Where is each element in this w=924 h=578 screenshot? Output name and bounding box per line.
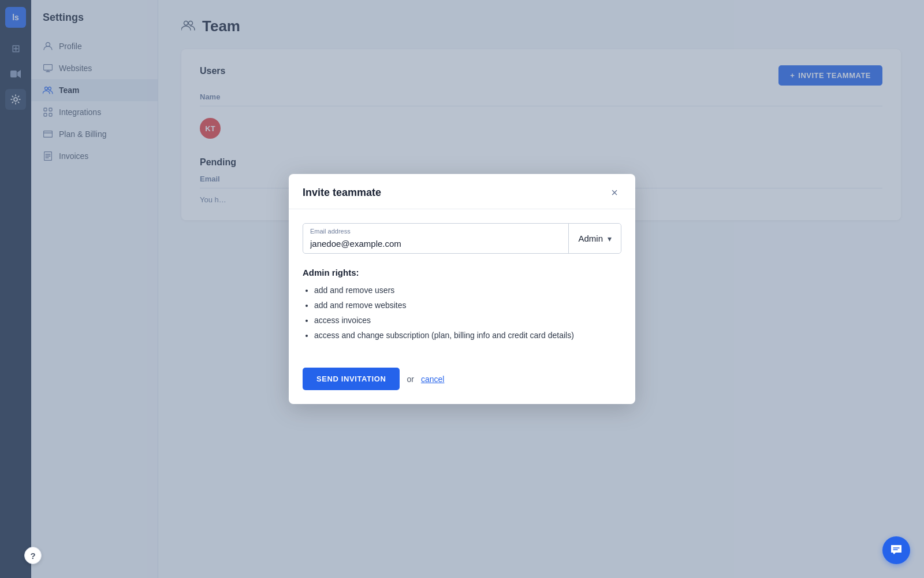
modal-footer: SEND INVITATION or cancel	[289, 368, 635, 404]
list-item: access and change subscription (plan, bi…	[314, 331, 621, 340]
email-field-wrapper: Email address	[303, 224, 569, 253]
invite-modal: Invite teammate × Email address Admin ▾ …	[289, 174, 635, 404]
svg-rect-15	[891, 545, 901, 553]
role-select[interactable]: Admin ▾	[569, 224, 621, 253]
admin-rights-title: Admin rights:	[303, 268, 621, 277]
modal-close-button[interactable]: ×	[608, 186, 621, 199]
email-field-label: Email address	[310, 228, 351, 235]
modal-body: Email address Admin ▾ Admin rights: add …	[289, 209, 635, 368]
chevron-down-icon: ▾	[608, 234, 612, 243]
or-text: or	[407, 375, 413, 384]
list-item: access invoices	[314, 316, 621, 325]
email-role-row: Email address Admin ▾	[303, 223, 621, 254]
list-item: add and remove websites	[314, 301, 621, 310]
role-value: Admin	[578, 234, 603, 243]
send-invitation-button[interactable]: SEND INVITATION	[303, 368, 400, 390]
admin-rights-section: Admin rights: add and remove users add a…	[303, 268, 621, 340]
rights-list: add and remove users add and remove webs…	[303, 286, 621, 340]
modal-title: Invite teammate	[303, 187, 381, 199]
modal-overlay: Invite teammate × Email address Admin ▾ …	[0, 0, 924, 578]
list-item: add and remove users	[314, 286, 621, 295]
modal-header: Invite teammate ×	[289, 174, 635, 209]
chat-widget[interactable]	[882, 536, 910, 564]
cancel-button[interactable]: cancel	[421, 375, 444, 384]
help-button[interactable]: ?	[24, 547, 42, 564]
